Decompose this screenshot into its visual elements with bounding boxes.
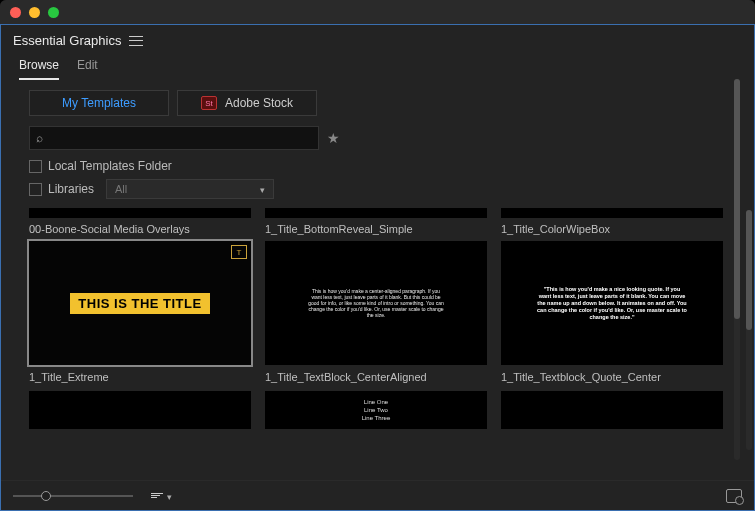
thumb-preview-text: Line One Line Two Line Three: [362, 398, 391, 422]
adobe-stock-badge-icon: St: [201, 96, 217, 110]
window-zoom-button[interactable]: [48, 7, 59, 18]
thumb-preview-text: This is how you'd make a center-aligned …: [306, 288, 446, 318]
search-input[interactable]: [49, 131, 312, 145]
grid-scroll-thumb[interactable]: [746, 210, 752, 330]
template-thumb-extreme[interactable]: T THIS IS THE TITLE: [29, 241, 251, 365]
chevron-down-icon: ▾: [167, 492, 172, 502]
template-label: 1_Title_Textblock_Quote_Center: [501, 367, 723, 389]
favorites-filter-icon[interactable]: ★: [327, 130, 340, 146]
search-icon: ⌕: [36, 131, 43, 145]
template-thumb-partial[interactable]: [501, 391, 723, 429]
thumbnail-zoom-slider[interactable]: [13, 495, 133, 497]
tab-browse[interactable]: Browse: [19, 54, 59, 80]
template-thumb-quote-center[interactable]: "This is how you'd make a nice looking q…: [501, 241, 723, 365]
thumb-preview-text: THIS IS THE TITLE: [70, 293, 209, 314]
source-tabs: My Templates St Adobe Stock: [1, 80, 754, 122]
subtab-my-templates[interactable]: My Templates: [29, 90, 169, 116]
template-label: 1_Title_Extreme: [29, 367, 251, 389]
libraries-filter-dropdown[interactable]: All ▾: [106, 179, 274, 199]
libraries-filter-value: All: [115, 183, 127, 195]
essential-graphics-panel: Essential Graphics Browse Edit My Templa…: [0, 24, 755, 511]
local-folder-checkbox[interactable]: [29, 160, 42, 173]
folder-label: 00-Boone-Social Media Overlays: [29, 220, 251, 239]
zoom-handle[interactable]: [41, 491, 51, 501]
template-grid: 00-Boone-Social Media Overlays 1_Title_B…: [1, 202, 754, 480]
folder-label: 1_Title_BottomReveal_Simple: [265, 220, 487, 239]
panel-title: Essential Graphics: [13, 33, 121, 48]
subtab-adobe-stock[interactable]: St Adobe Stock: [177, 90, 317, 116]
panel-tabs: Browse Edit: [1, 52, 754, 80]
folder-strip[interactable]: [501, 208, 723, 218]
template-thumb-partial[interactable]: [29, 391, 251, 429]
grid-scrollbar[interactable]: [746, 210, 752, 450]
subtab-adobe-stock-label: Adobe Stock: [225, 96, 293, 110]
mogrt-badge-icon: T: [231, 245, 247, 259]
template-thumb-partial[interactable]: Line One Line Two Line Three: [265, 391, 487, 429]
chevron-down-icon: ▾: [260, 185, 265, 195]
window-minimize-button[interactable]: [29, 7, 40, 18]
subtab-my-templates-label: My Templates: [62, 96, 136, 110]
search-box[interactable]: ⌕: [29, 126, 319, 150]
panel-footer: ▾: [1, 480, 754, 510]
libraries-label: Libraries: [48, 182, 94, 196]
folder-label: 1_Title_ColorWipeBox: [501, 220, 723, 239]
libraries-row: Libraries All ▾: [1, 176, 754, 202]
local-folder-label: Local Templates Folder: [48, 159, 172, 173]
search-row: ⌕ ★: [1, 122, 754, 156]
mac-titlebar: [0, 0, 755, 24]
libraries-checkbox[interactable]: [29, 183, 42, 196]
window-close-button[interactable]: [10, 7, 21, 18]
panel-header: Essential Graphics: [1, 25, 754, 52]
template-label: 1_Title_TextBlock_CenterAligned: [265, 367, 487, 389]
sort-icon: [151, 493, 163, 498]
new-item-button[interactable]: [726, 489, 742, 503]
template-thumb-center-aligned[interactable]: This is how you'd make a center-aligned …: [265, 241, 487, 365]
panel-menu-icon[interactable]: [129, 36, 143, 46]
local-folder-row: Local Templates Folder: [1, 156, 754, 176]
thumb-preview-text: "This is how you'd make a nice looking q…: [537, 286, 687, 321]
folder-strip[interactable]: [265, 208, 487, 218]
sort-button[interactable]: ▾: [151, 491, 172, 501]
tab-edit[interactable]: Edit: [77, 54, 98, 80]
panel-scroll-thumb[interactable]: [734, 79, 740, 319]
app-window: Essential Graphics Browse Edit My Templa…: [0, 0, 755, 511]
panel-scrollbar[interactable]: [734, 79, 740, 460]
folder-strip[interactable]: [29, 208, 251, 218]
